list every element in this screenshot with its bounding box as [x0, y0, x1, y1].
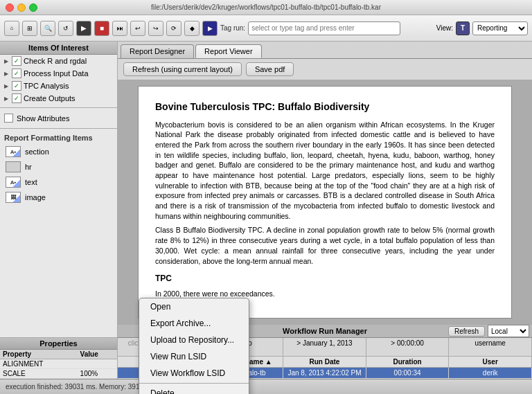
- tree-item[interactable]: ▶ Check R and rgdal: [0, 55, 117, 67]
- wf-cell-user: derik: [449, 368, 532, 378]
- report-actions: Refresh (using current layout) Save pdf: [118, 59, 532, 80]
- divider-2: [0, 128, 117, 129]
- view-select[interactable]: Reporting Design: [472, 21, 528, 35]
- format-item-text[interactable]: A▪ text: [0, 174, 117, 190]
- wf-search-duration[interactable]: > 00:00:00: [366, 338, 450, 356]
- tree-arrow: ▶: [3, 57, 10, 64]
- save-pdf-button[interactable]: Save pdf: [246, 62, 294, 76]
- toolbar-icon-6[interactable]: ↩: [130, 21, 145, 36]
- tag-run-input[interactable]: [248, 21, 400, 35]
- tree-arrow: ▶: [3, 82, 10, 89]
- report-title: Bovine Tuberculosis TPC: Buffalo Biodive…: [155, 100, 495, 114]
- context-menu-item-view-run-lsid[interactable]: View Run LSID: [139, 348, 249, 365]
- tree-item[interactable]: ▶ TPC Analysis: [0, 80, 117, 92]
- wf-search-user[interactable]: username: [449, 338, 532, 356]
- left-panel: Items Of Interest ▶ Check R and rgdal ▶ …: [0, 42, 118, 379]
- tree-item[interactable]: ▶ Create Outputs: [0, 92, 117, 105]
- context-menu-item-open[interactable]: Open: [139, 298, 249, 315]
- properties-header: Properties: [0, 338, 117, 350]
- show-attributes-label: Show Attributes: [17, 114, 69, 123]
- prop-col-property: Property: [0, 350, 78, 359]
- tree-item[interactable]: ▶ Process Input Data: [0, 67, 117, 80]
- status-bar: execution finished: 39031 ms. Memory: 39…: [0, 379, 532, 394]
- format-icon-section: A▪: [6, 146, 21, 157]
- tab-report-designer[interactable]: Report Designer: [121, 44, 194, 58]
- format-label-image: image: [25, 193, 46, 202]
- context-menu-separator: [139, 383, 249, 384]
- tree-items: ▶ Check R and rgdal ▶ Process Input Data…: [0, 55, 117, 105]
- maximize-button[interactable]: [29, 3, 37, 12]
- tab-report-viewer[interactable]: Report Viewer: [195, 44, 262, 58]
- window-title: file:/Users/derik/dev2/kruger/workflows/…: [151, 3, 381, 11]
- tree-arrow: ▶: [3, 95, 10, 102]
- toolbar-icon-5[interactable]: ⏭: [112, 21, 127, 36]
- view-label: View:: [436, 24, 453, 32]
- format-label-hr: hr: [25, 163, 32, 171]
- title-bar: file:/Users/derik/dev2/kruger/workflows/…: [0, 0, 532, 15]
- toolbar-icon-7[interactable]: ↪: [148, 21, 163, 36]
- format-label-section: section: [25, 147, 49, 156]
- prop-name: SCALE: [0, 369, 78, 379]
- properties-table: Property Value ALIGNMENTSCALE100%: [0, 350, 117, 379]
- format-label-text: text: [25, 178, 37, 186]
- toolbar-icon-stop[interactable]: ■: [94, 21, 109, 36]
- wf-search-date[interactable]: > January 1, 2013: [283, 338, 366, 356]
- toolbar-icon-3[interactable]: 🔍: [40, 21, 55, 36]
- divider-1: [0, 107, 117, 108]
- wf-refresh-button[interactable]: Refresh: [448, 326, 485, 337]
- context-menu-item-delete[interactable]: Delete: [139, 385, 249, 394]
- wf-col-date: Run Date: [283, 357, 366, 367]
- format-item-hr[interactable]: hr: [0, 159, 117, 174]
- wf-cell-date: Jan 8, 2013 4:22:02 PM: [283, 368, 366, 378]
- toolbar-icon-10[interactable]: ▶: [202, 21, 218, 36]
- toolbar-icon-4[interactable]: ↺: [58, 21, 73, 36]
- format-item-image[interactable]: 🖼 image: [0, 190, 117, 205]
- wf-title: Workflow Run Manager: [283, 327, 367, 335]
- context-menu-item-view-workflow-lsid[interactable]: View Workflow LSID: [139, 365, 249, 382]
- property-row: SCALE100%: [0, 369, 117, 379]
- toolbar-icon-2[interactable]: ⊞: [22, 21, 37, 36]
- main-layout: Items Of Interest ▶ Check R and rgdal ▶ …: [0, 42, 532, 379]
- wf-col-user: User: [449, 357, 532, 367]
- report-body1: Mycobacterium bovis is considered to be …: [155, 120, 495, 222]
- context-menu-item-upload-to-repository---[interactable]: Upload to Repository...: [139, 332, 249, 348]
- report-page: Bovine Tuberculosis TPC: Buffalo Biodive…: [138, 86, 512, 319]
- context-menu: OpenExport Archive...Upload to Repositor…: [139, 298, 249, 394]
- check-icon[interactable]: [12, 93, 21, 103]
- report-section-label: TPC: [155, 273, 495, 285]
- toolbar-icon-run[interactable]: ▶: [76, 21, 91, 36]
- window-controls: [6, 3, 37, 12]
- properties-panel: Properties Property Value ALIGNMENTSCALE…: [0, 337, 117, 379]
- toolbar-icon-9[interactable]: ◆: [184, 21, 200, 36]
- check-icon[interactable]: [12, 81, 21, 91]
- toolbar-icon-1[interactable]: ⌂: [4, 21, 19, 36]
- report-area: Bovine Tuberculosis TPC: Buffalo Biodive…: [118, 80, 532, 324]
- show-attributes-checkbox[interactable]: [4, 114, 13, 123]
- format-icon-hr: [6, 161, 21, 172]
- items-of-interest-header: Items Of Interest: [0, 42, 117, 55]
- toolbar-icon-8[interactable]: ⟳: [166, 21, 181, 36]
- minimize-button[interactable]: [17, 3, 26, 12]
- prop-col-value: Value: [78, 350, 117, 359]
- show-attributes-row: Show Attributes: [0, 111, 117, 125]
- tree-item-label: Check R and rgdal: [24, 57, 87, 65]
- wf-local-select[interactable]: Local Remote: [488, 325, 529, 337]
- format-icon-text: A▪: [6, 177, 21, 188]
- view-area: View: T Reporting Design: [436, 21, 528, 35]
- format-item-section[interactable]: A▪ section: [0, 144, 117, 159]
- check-icon[interactable]: [12, 69, 21, 78]
- prop-value: 100%: [78, 369, 117, 379]
- close-button[interactable]: [6, 3, 14, 12]
- tree-item-label: Process Input Data: [24, 69, 89, 78]
- wf-controls: Refresh Local Remote: [448, 325, 529, 337]
- tree-item-label: TPC Analysis: [24, 82, 69, 90]
- check-icon[interactable]: [12, 56, 21, 66]
- context-menu-item-export-archive---[interactable]: Export Archive...: [139, 315, 249, 332]
- prop-value: [78, 359, 117, 369]
- toolbar: ⌂ ⊞ 🔍 ↺ ▶ ■ ⏭ ↩ ↪ ⟳ ◆ ▶ Tag run: View: T…: [0, 15, 532, 42]
- t-button[interactable]: T: [456, 21, 470, 35]
- property-row: ALIGNMENT: [0, 359, 117, 369]
- refresh-button[interactable]: Refresh (using current layout): [123, 62, 242, 76]
- tag-run-label: Tag run:: [220, 24, 245, 32]
- tree-item-label: Create Outputs: [24, 94, 76, 102]
